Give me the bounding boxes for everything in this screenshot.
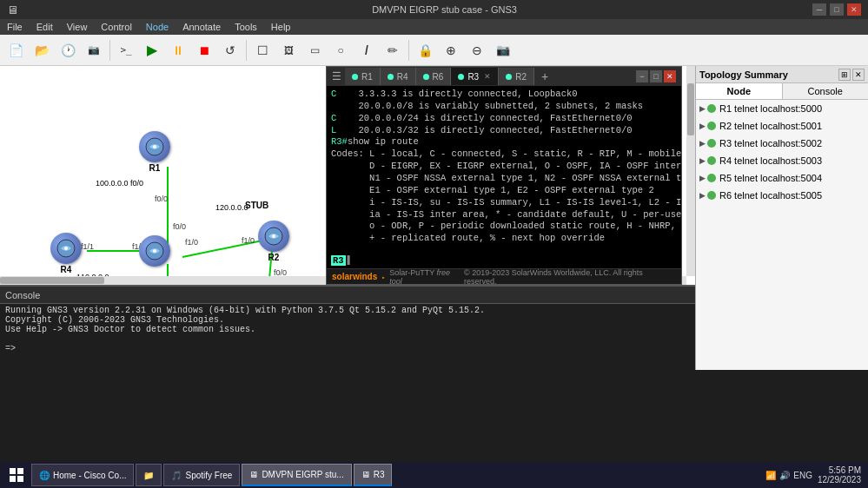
topology-node-r1[interactable]: ▶ R1 telnet localhost:5000 <box>696 100 868 117</box>
menu-tools[interactable]: Tools <box>231 22 261 32</box>
term-line-8: N1 - OSPF NSSA external type 1, N2 - OSP… <box>331 173 677 185</box>
topology-close-button[interactable]: ✕ <box>852 69 865 81</box>
terminal-menu-icon[interactable]: ☰ <box>328 70 345 82</box>
node-r6[interactable] <box>139 235 170 267</box>
expand-arrow-r4: ▶ <box>699 156 706 165</box>
term-min-button[interactable]: − <box>636 70 648 82</box>
topology-controls: ⊞ ✕ <box>838 69 865 81</box>
menu-help[interactable]: Help <box>268 22 295 32</box>
topology-node-r6[interactable]: ▶ R6 telnet localhost:5005 <box>696 187 868 204</box>
screenshot-button[interactable]: 📷 <box>82 38 106 63</box>
taskbar-gns3[interactable]: 🖥 DMVPN EIGRP stu... <box>242 464 351 486</box>
tab-label-r1: R1 <box>361 72 373 82</box>
zoom-out-button[interactable]: ⊖ <box>465 38 489 63</box>
reload-button[interactable]: ↺ <box>218 38 242 63</box>
canvas-hscroll-thumb <box>0 277 104 284</box>
term-line-7: D - EIGRP, EX - EIGRP external, O - OSPF… <box>331 161 677 173</box>
add-tab-button[interactable]: + <box>536 69 553 83</box>
topology-title: Topology Summary <box>699 69 788 80</box>
window-title: DMVPN EIGRP stub case - GNS3 <box>76 4 812 15</box>
topology-node-r4[interactable]: ▶ R4 telnet localhost:5003 <box>696 152 868 169</box>
taskbar-files[interactable]: 📁 <box>136 464 162 486</box>
menu-node[interactable]: Node <box>142 22 172 32</box>
terminal-body[interactable]: C 3.3.3.3 is directly connected, Loopbac… <box>327 86 681 253</box>
term-line-14 <box>331 245 677 253</box>
play-button[interactable]: ▶ <box>140 38 164 63</box>
menu-control[interactable]: Control <box>97 22 135 32</box>
menu-view[interactable]: View <box>63 22 91 32</box>
node-text-r1: R1 telnet localhost:5000 <box>719 103 822 114</box>
ip-label-120: 120.0.0.0 <box>215 203 248 212</box>
gns3-canvas[interactable]: 100.0.0.0 f0/0 120.0.0.0 110.0.0.0 130.0… <box>0 66 695 285</box>
tab-r1[interactable]: R1 <box>345 68 381 85</box>
draw-pen-button[interactable]: ✏ <box>381 38 405 63</box>
pause-button[interactable]: ⏸ <box>166 38 190 63</box>
draw-line-button[interactable]: / <box>354 38 379 63</box>
svg-rect-20 <box>17 476 23 482</box>
menu-edit[interactable]: Edit <box>33 22 56 32</box>
status-dot-r5 <box>707 174 716 182</box>
menu-annotate[interactable]: Annotate <box>179 22 224 32</box>
topology-settings-button[interactable]: ⊞ <box>838 69 851 81</box>
canvas-vscroll-thumb <box>687 83 694 135</box>
clock-area: 5:56 PM 12/29/2023 <box>818 465 861 485</box>
tab-r3[interactable]: R3 ✕ <box>451 68 499 85</box>
stop-button[interactable]: ⏹ <box>192 38 216 63</box>
zoom-in-button[interactable]: ⊕ <box>439 38 463 63</box>
footer-arrow: ⬩ <box>381 272 386 281</box>
open-button[interactable]: 📂 <box>30 38 54 63</box>
console-body[interactable]: Running GNS3 version 2.2.31 on Windows (… <box>0 304 695 370</box>
draw-rect-button[interactable]: ☐ <box>250 38 275 63</box>
console-prompt: => <box>5 344 690 353</box>
svg-point-12 <box>64 247 68 250</box>
term-close-button[interactable]: ✕ <box>664 70 676 82</box>
recent-button[interactable]: 🕐 <box>56 38 80 63</box>
footer-product: Solar-PuTTY free tool <box>389 268 464 286</box>
term-max-button[interactable]: □ <box>650 70 662 82</box>
node-text-r6: R6 telnet localhost:5005 <box>719 190 822 201</box>
tab-label-r6: R6 <box>433 72 444 82</box>
node-r2[interactable]: R2 <box>258 221 289 262</box>
tab-dot-r1 <box>352 74 358 80</box>
tab-node[interactable]: Node <box>696 83 783 99</box>
taskbar-spotify[interactable]: 🎵 Spotify Free <box>163 464 240 486</box>
tab-close-r3[interactable]: ✕ <box>484 72 491 81</box>
terminal-tabs: ☰ R1 R4 R6 R3 <box>327 67 681 86</box>
draw-ellipse-button[interactable]: ○ <box>328 38 353 63</box>
draw-img-button[interactable]: 🖼 <box>276 38 301 63</box>
tab-r2[interactable]: R2 <box>499 68 534 85</box>
topology-node-r5[interactable]: ▶ R5 telnet localhost:5004 <box>696 169 868 187</box>
maximize-button[interactable]: □ <box>830 3 844 16</box>
canvas-vscroll[interactable] <box>686 66 695 276</box>
minimize-button[interactable]: ─ <box>812 3 826 16</box>
start-button[interactable] <box>3 464 30 486</box>
menu-file[interactable]: File <box>3 22 26 32</box>
draw-rect2-button[interactable]: ▭ <box>302 38 327 63</box>
node-r4[interactable]: R4 <box>50 233 82 274</box>
tab-console[interactable]: Console <box>783 83 869 99</box>
svg-point-8 <box>272 234 275 238</box>
tab-r4[interactable]: R4 <box>381 68 416 85</box>
node-label-r2: R2 <box>268 253 280 262</box>
router-icon-r1 <box>139 131 170 162</box>
topology-node-r3[interactable]: ▶ R3 telnet localhost:5002 <box>696 135 868 152</box>
status-dot-r4 <box>707 156 716 165</box>
capture-button[interactable]: 📷 <box>491 38 515 63</box>
footer-logo-area: solarwinds ⬩ Solar-PuTTY free tool <box>332 268 464 286</box>
svg-point-16 <box>153 249 156 253</box>
footer-copyright: © 2019-2023 SolarWinds Worldwide, LLC. A… <box>464 268 676 286</box>
taskbar-home[interactable]: 🌐 Home - Cisco Co... <box>31 464 134 486</box>
new-button[interactable]: 📄 <box>3 38 28 63</box>
console-line-1: Running GNS3 version 2.2.31 on Windows (… <box>5 306 690 315</box>
close-button[interactable]: ✕ <box>847 3 861 16</box>
tab-r6[interactable]: R6 <box>416 68 452 85</box>
topology-node-r2[interactable]: ▶ R2 telnet localhost:5001 <box>696 117 868 135</box>
terminal-button[interactable]: >_ <box>114 38 138 63</box>
node-text-r2: R2 telnet localhost:5001 <box>719 121 822 131</box>
taskbar-r3[interactable]: 🖥 R3 <box>354 464 393 486</box>
node-r1[interactable]: R1 <box>139 131 170 173</box>
lock-button[interactable]: 🔒 <box>413 38 437 63</box>
console-line-4 <box>5 334 690 344</box>
taskbar-r3-icon: 🖥 <box>361 470 370 479</box>
taskbar-gns3-icon: 🖥 <box>249 470 258 479</box>
